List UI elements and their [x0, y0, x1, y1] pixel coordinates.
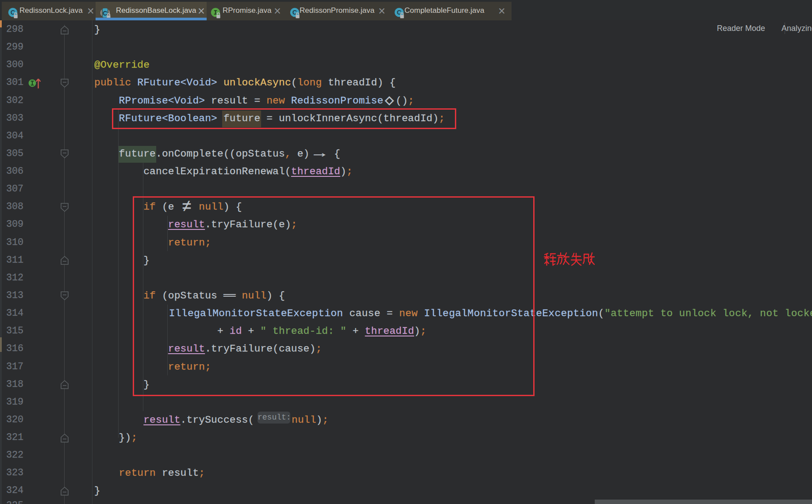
svg-text:C: C	[103, 9, 108, 17]
